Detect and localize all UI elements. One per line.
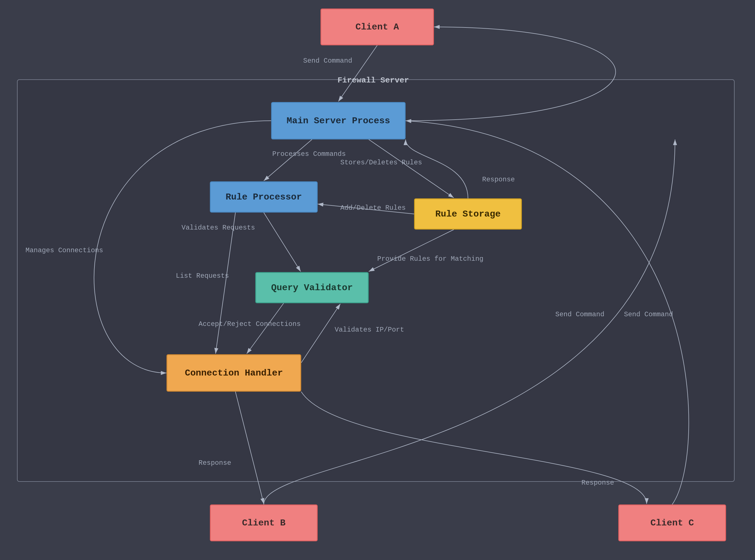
edge-label-add-delete-rules: Add/Delete Rules (340, 204, 406, 212)
node-connection-handler: Connection Handler (167, 354, 301, 392)
edge-label-send-command-top: Send Command (303, 57, 352, 65)
edge-label-validates-ip-port: Validates IP/Port (335, 326, 404, 334)
node-query-validator: Query Validator (255, 272, 369, 303)
firewall-label: Firewall Server (337, 76, 409, 85)
edge-label-response-client-c: Response (581, 479, 614, 486)
node-rule-processor: Rule Processor (210, 181, 318, 213)
edge-label-accept-reject: Accept/Reject Connections (198, 320, 301, 328)
edge-label-response-rule-storage: Response (482, 176, 515, 183)
node-client-a: Client A (321, 8, 434, 45)
node-rule-storage: Rule Storage (414, 198, 522, 229)
edge-label-response-client-b: Response (198, 459, 231, 467)
edge-label-send-command-right2: Send Command (624, 311, 673, 318)
edge-label-send-command-right1: Send Command (555, 311, 604, 318)
edge-label-validates-requests: Validates Requests (181, 224, 255, 232)
edge-label-manages-connections: Manages Connections (25, 246, 103, 254)
edge-label-stores-deletes-rules: Stores/Deletes Rules (340, 159, 422, 166)
diagram-container: Firewall Server (0, 0, 755, 560)
node-client-b: Client B (210, 504, 318, 541)
firewall-server-box (17, 79, 735, 482)
node-client-c: Client C (618, 504, 726, 541)
edge-label-list-requests: List Requests (176, 272, 229, 280)
edge-label-processes-commands: Processes Commands (272, 150, 346, 158)
node-main-server: Main Server Process (271, 102, 406, 139)
edge-label-provide-rules: Provide Rules for Matching (377, 255, 483, 263)
